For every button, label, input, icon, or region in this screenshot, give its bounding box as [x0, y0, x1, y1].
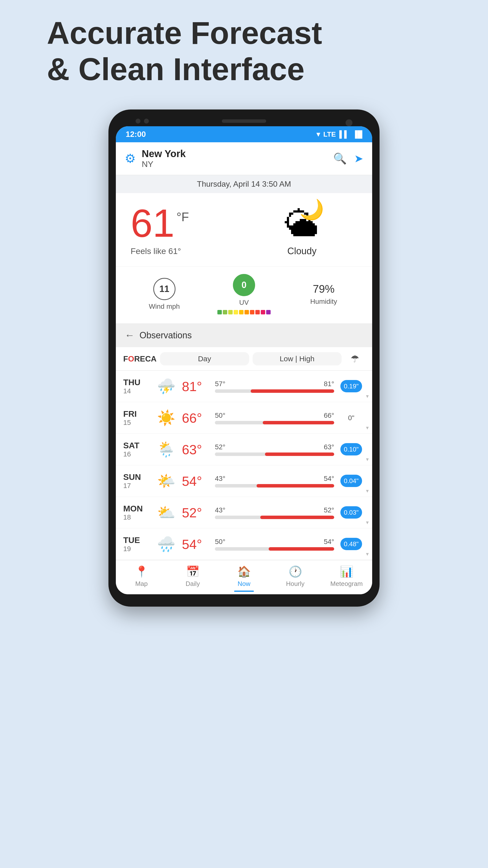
day-name: FRI [123, 409, 150, 419]
table-row[interactable]: MON 18 ⛅ 52° 43° 52° 0.03" ▾ [116, 497, 372, 528]
day-name: SUN [123, 472, 150, 482]
temp-bar-high [269, 547, 334, 551]
temp-bar-high [257, 484, 334, 488]
temp-bar-low [215, 453, 265, 456]
nav-item-now[interactable]: 🏠 Now [218, 565, 270, 592]
rain-badge: 0.19" [340, 380, 362, 392]
nav-icon-hourly: 🕐 [289, 565, 302, 578]
temp-range: 50° 54° [215, 538, 334, 551]
uv-value-circle: 0 [233, 274, 255, 296]
temp-low: 43° [215, 506, 225, 514]
day-weather-icon: ⛈️ [154, 377, 178, 395]
phone-top-bar [116, 119, 372, 123]
table-row[interactable]: TUE 19 🌧️ 54° 50° 54° 0.48" ▾ [116, 528, 372, 560]
chevron-down-icon: ▾ [366, 551, 369, 557]
temp-range: 57° 81° [215, 380, 334, 393]
temp-bar-high [251, 390, 334, 393]
nav-icon-now: 🏠 [237, 565, 251, 578]
day-num: 19 [123, 545, 150, 553]
rain-col: ☂ [345, 353, 365, 365]
day-col: SAT 16 [123, 441, 150, 458]
nav-item-daily[interactable]: 📅 Daily [167, 565, 218, 592]
day-temp: 66° [182, 410, 212, 426]
feels-like: Feels like 61° [131, 246, 241, 256]
day-weather-icon: 🌤️ [154, 472, 178, 490]
day-name: SAT [123, 441, 150, 450]
day-name: MON [123, 504, 150, 514]
phone-camera [346, 119, 352, 126]
rain-amount: 0.10" [338, 445, 365, 453]
location-city: New York [142, 148, 327, 159]
temp-high: 52° [324, 506, 334, 514]
day-temp: 54° [182, 536, 212, 552]
nav-item-map[interactable]: 📍 Map [116, 565, 167, 592]
table-row[interactable]: THU 14 ⛈️ 81° 57° 81° 0.19" ▾ [116, 371, 372, 402]
wind-value: 11 [159, 284, 169, 294]
wind-label: Wind mph [149, 303, 180, 310]
day-temp: 63° [182, 442, 212, 457]
temp-low: 43° [215, 475, 225, 483]
day-num: 16 [123, 450, 150, 458]
nav-icon-daily: 📅 [186, 565, 200, 578]
day-col-label: Day [160, 352, 249, 366]
uv-value: 0 [241, 280, 247, 290]
rain-amount: 0.48" [338, 540, 365, 548]
forecast-header: FORECA Day Low | High ☂ [116, 347, 372, 371]
table-row[interactable]: FRI 15 ☀️ 66° 50° 66° 0" ▾ [116, 402, 372, 434]
nav-item-hourly[interactable]: 🕐 Hourly [270, 565, 321, 592]
temp-bar-low [215, 421, 263, 424]
lte-label: LTE [323, 130, 336, 138]
temp-bar [215, 484, 334, 488]
navigation-icon[interactable]: ➤ [354, 152, 363, 165]
phone-frame: 12:00 ▾ LTE ▌▌ ▐█ ⚙ New York NY 🔍 ➤ Thur… [108, 110, 380, 607]
temp-range-nums: 50° 54° [215, 538, 334, 546]
nav-item-meteogram[interactable]: 📊 Meteogram [321, 565, 372, 592]
temp-range-nums: 50° 66° [215, 411, 334, 420]
wind-value-circle: 11 [153, 278, 175, 300]
day-col: THU 14 [123, 377, 150, 395]
status-icons: ▾ LTE ▌▌ ▐█ [317, 130, 362, 138]
table-row[interactable]: SUN 17 🌤️ 54° 43° 54° 0.04" ▾ [116, 465, 372, 497]
temp-bar-low [215, 516, 260, 519]
uv-bar-segment [245, 310, 249, 314]
headline-line1: Accurate Forecast [47, 15, 441, 51]
moon-icon: 🌙 [299, 200, 324, 219]
uv-bar-segment [266, 310, 271, 314]
temp-high: 66° [324, 411, 334, 420]
header-action-icons: 🔍 ➤ [333, 152, 363, 165]
temp-bar [215, 453, 334, 456]
temp-bar [215, 390, 334, 393]
phone-speaker [222, 119, 266, 123]
forecast-list: THU 14 ⛈️ 81° 57° 81° 0.19" ▾ FRI 15 ☀️ … [116, 371, 372, 560]
temp-bar-low [215, 547, 269, 551]
observations-bar[interactable]: ← Observations [116, 323, 372, 347]
signal-icon: ▌▌ [339, 130, 349, 138]
temp-range-nums: 43° 54° [215, 475, 334, 483]
back-arrow-icon[interactable]: ← [125, 330, 135, 341]
search-icon[interactable]: 🔍 [333, 152, 347, 165]
day-num: 15 [123, 419, 150, 427]
phone-sensors [135, 119, 149, 124]
rain-badge: 0.48" [340, 538, 362, 550]
phone-screen: 12:00 ▾ LTE ▌▌ ▐█ ⚙ New York NY 🔍 ➤ Thur… [116, 126, 372, 594]
nav-label-hourly: Hourly [286, 580, 304, 588]
chevron-down-icon: ▾ [366, 519, 369, 526]
day-col: SUN 17 [123, 472, 150, 490]
current-weather: 61 °F Feels like 61° 🌥 🌙 Cloudy [116, 193, 372, 266]
day-weather-icon: 🌦️ [154, 441, 178, 458]
headline-line2: & Clean Interface [47, 51, 441, 87]
settings-icon[interactable]: ⚙ [125, 151, 136, 166]
humidity-stat: 79% Humidity [285, 283, 362, 306]
weather-emoji: 🌥 🌙 [247, 203, 357, 242]
chevron-down-icon: ▾ [366, 425, 369, 431]
uv-bar-segment [239, 310, 243, 314]
nav-underline [234, 591, 254, 592]
foreca-o: O [128, 354, 134, 363]
table-row[interactable]: SAT 16 🌦️ 63° 52° 63° 0.10" ▾ [116, 434, 372, 465]
date-bar: Thursday, April 14 3:50 AM [116, 175, 372, 193]
location-info: New York NY [142, 148, 327, 169]
uv-bar [217, 310, 271, 314]
nav-label-now: Now [237, 580, 251, 588]
uv-bar-segment [223, 310, 227, 314]
temp-range: 52° 63° [215, 443, 334, 456]
